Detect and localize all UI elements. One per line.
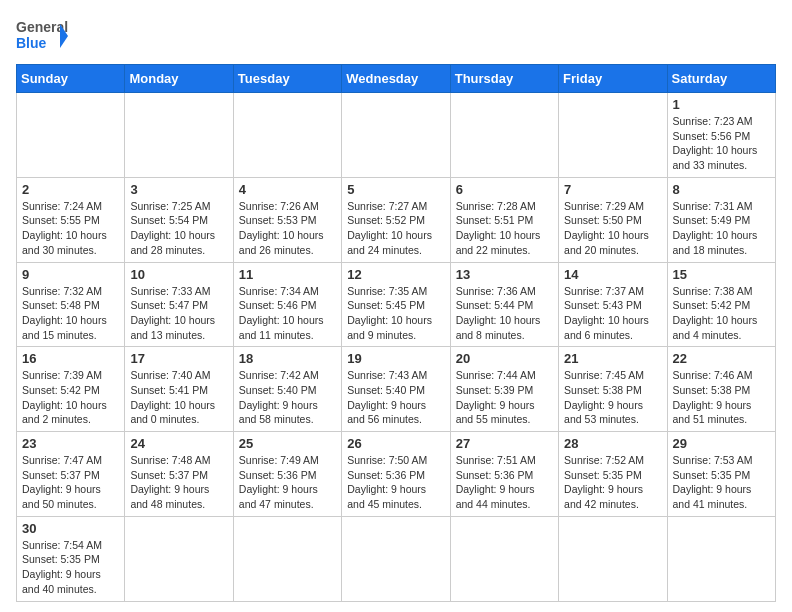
day-number: 29 — [673, 436, 770, 451]
day-info: Sunrise: 7:37 AM Sunset: 5:43 PM Dayligh… — [564, 284, 661, 343]
calendar-cell — [342, 93, 450, 178]
calendar-table: SundayMondayTuesdayWednesdayThursdayFrid… — [16, 64, 776, 602]
day-info: Sunrise: 7:31 AM Sunset: 5:49 PM Dayligh… — [673, 199, 770, 258]
day-number: 28 — [564, 436, 661, 451]
day-info: Sunrise: 7:40 AM Sunset: 5:41 PM Dayligh… — [130, 368, 227, 427]
calendar-cell: 25Sunrise: 7:49 AM Sunset: 5:36 PM Dayli… — [233, 432, 341, 517]
day-info: Sunrise: 7:47 AM Sunset: 5:37 PM Dayligh… — [22, 453, 119, 512]
day-info: Sunrise: 7:50 AM Sunset: 5:36 PM Dayligh… — [347, 453, 444, 512]
day-info: Sunrise: 7:46 AM Sunset: 5:38 PM Dayligh… — [673, 368, 770, 427]
day-info: Sunrise: 7:32 AM Sunset: 5:48 PM Dayligh… — [22, 284, 119, 343]
day-number: 21 — [564, 351, 661, 366]
day-number: 24 — [130, 436, 227, 451]
calendar-cell — [125, 516, 233, 601]
calendar-cell: 29Sunrise: 7:53 AM Sunset: 5:35 PM Dayli… — [667, 432, 775, 517]
calendar-cell: 23Sunrise: 7:47 AM Sunset: 5:37 PM Dayli… — [17, 432, 125, 517]
day-number: 10 — [130, 267, 227, 282]
day-number: 13 — [456, 267, 553, 282]
day-number: 20 — [456, 351, 553, 366]
day-info: Sunrise: 7:43 AM Sunset: 5:40 PM Dayligh… — [347, 368, 444, 427]
calendar-cell: 18Sunrise: 7:42 AM Sunset: 5:40 PM Dayli… — [233, 347, 341, 432]
header: GeneralBlue — [16, 16, 776, 56]
calendar-cell: 4Sunrise: 7:26 AM Sunset: 5:53 PM Daylig… — [233, 177, 341, 262]
day-info: Sunrise: 7:35 AM Sunset: 5:45 PM Dayligh… — [347, 284, 444, 343]
day-number: 15 — [673, 267, 770, 282]
day-number: 26 — [347, 436, 444, 451]
calendar-cell: 30Sunrise: 7:54 AM Sunset: 5:35 PM Dayli… — [17, 516, 125, 601]
weekday-header: Saturday — [667, 65, 775, 93]
day-info: Sunrise: 7:29 AM Sunset: 5:50 PM Dayligh… — [564, 199, 661, 258]
calendar-cell: 19Sunrise: 7:43 AM Sunset: 5:40 PM Dayli… — [342, 347, 450, 432]
day-number: 19 — [347, 351, 444, 366]
calendar-cell: 16Sunrise: 7:39 AM Sunset: 5:42 PM Dayli… — [17, 347, 125, 432]
calendar-cell: 8Sunrise: 7:31 AM Sunset: 5:49 PM Daylig… — [667, 177, 775, 262]
weekday-header: Wednesday — [342, 65, 450, 93]
calendar-cell: 20Sunrise: 7:44 AM Sunset: 5:39 PM Dayli… — [450, 347, 558, 432]
calendar-week-row: 1Sunrise: 7:23 AM Sunset: 5:56 PM Daylig… — [17, 93, 776, 178]
calendar-cell: 3Sunrise: 7:25 AM Sunset: 5:54 PM Daylig… — [125, 177, 233, 262]
day-number: 25 — [239, 436, 336, 451]
calendar-cell: 14Sunrise: 7:37 AM Sunset: 5:43 PM Dayli… — [559, 262, 667, 347]
day-number: 7 — [564, 182, 661, 197]
day-number: 18 — [239, 351, 336, 366]
day-number: 9 — [22, 267, 119, 282]
day-number: 8 — [673, 182, 770, 197]
day-number: 2 — [22, 182, 119, 197]
day-info: Sunrise: 7:26 AM Sunset: 5:53 PM Dayligh… — [239, 199, 336, 258]
calendar-cell — [233, 516, 341, 601]
calendar-cell: 17Sunrise: 7:40 AM Sunset: 5:41 PM Dayli… — [125, 347, 233, 432]
calendar-cell: 28Sunrise: 7:52 AM Sunset: 5:35 PM Dayli… — [559, 432, 667, 517]
calendar-week-row: 2Sunrise: 7:24 AM Sunset: 5:55 PM Daylig… — [17, 177, 776, 262]
calendar-cell — [559, 93, 667, 178]
day-number: 5 — [347, 182, 444, 197]
day-info: Sunrise: 7:53 AM Sunset: 5:35 PM Dayligh… — [673, 453, 770, 512]
day-info: Sunrise: 7:23 AM Sunset: 5:56 PM Dayligh… — [673, 114, 770, 173]
calendar-cell: 1Sunrise: 7:23 AM Sunset: 5:56 PM Daylig… — [667, 93, 775, 178]
calendar-cell: 11Sunrise: 7:34 AM Sunset: 5:46 PM Dayli… — [233, 262, 341, 347]
day-info: Sunrise: 7:24 AM Sunset: 5:55 PM Dayligh… — [22, 199, 119, 258]
day-info: Sunrise: 7:28 AM Sunset: 5:51 PM Dayligh… — [456, 199, 553, 258]
day-info: Sunrise: 7:51 AM Sunset: 5:36 PM Dayligh… — [456, 453, 553, 512]
calendar-cell — [342, 516, 450, 601]
calendar-cell — [125, 93, 233, 178]
day-number: 17 — [130, 351, 227, 366]
day-info: Sunrise: 7:42 AM Sunset: 5:40 PM Dayligh… — [239, 368, 336, 427]
calendar-cell: 12Sunrise: 7:35 AM Sunset: 5:45 PM Dayli… — [342, 262, 450, 347]
calendar-cell: 27Sunrise: 7:51 AM Sunset: 5:36 PM Dayli… — [450, 432, 558, 517]
calendar-cell: 26Sunrise: 7:50 AM Sunset: 5:36 PM Dayli… — [342, 432, 450, 517]
calendar-cell: 7Sunrise: 7:29 AM Sunset: 5:50 PM Daylig… — [559, 177, 667, 262]
weekday-header: Sunday — [17, 65, 125, 93]
day-info: Sunrise: 7:49 AM Sunset: 5:36 PM Dayligh… — [239, 453, 336, 512]
calendar-cell: 2Sunrise: 7:24 AM Sunset: 5:55 PM Daylig… — [17, 177, 125, 262]
calendar-cell: 22Sunrise: 7:46 AM Sunset: 5:38 PM Dayli… — [667, 347, 775, 432]
weekday-header: Friday — [559, 65, 667, 93]
day-number: 27 — [456, 436, 553, 451]
day-info: Sunrise: 7:38 AM Sunset: 5:42 PM Dayligh… — [673, 284, 770, 343]
day-number: 6 — [456, 182, 553, 197]
day-number: 30 — [22, 521, 119, 536]
calendar-cell — [559, 516, 667, 601]
day-number: 23 — [22, 436, 119, 451]
day-info: Sunrise: 7:39 AM Sunset: 5:42 PM Dayligh… — [22, 368, 119, 427]
day-number: 4 — [239, 182, 336, 197]
day-number: 16 — [22, 351, 119, 366]
calendar-cell: 13Sunrise: 7:36 AM Sunset: 5:44 PM Dayli… — [450, 262, 558, 347]
calendar-week-row: 9Sunrise: 7:32 AM Sunset: 5:48 PM Daylig… — [17, 262, 776, 347]
day-number: 3 — [130, 182, 227, 197]
day-number: 22 — [673, 351, 770, 366]
calendar-cell: 24Sunrise: 7:48 AM Sunset: 5:37 PM Dayli… — [125, 432, 233, 517]
calendar-header-row: SundayMondayTuesdayWednesdayThursdayFrid… — [17, 65, 776, 93]
day-info: Sunrise: 7:36 AM Sunset: 5:44 PM Dayligh… — [456, 284, 553, 343]
day-info: Sunrise: 7:25 AM Sunset: 5:54 PM Dayligh… — [130, 199, 227, 258]
calendar-week-row: 23Sunrise: 7:47 AM Sunset: 5:37 PM Dayli… — [17, 432, 776, 517]
day-info: Sunrise: 7:52 AM Sunset: 5:35 PM Dayligh… — [564, 453, 661, 512]
weekday-header: Thursday — [450, 65, 558, 93]
calendar-cell — [450, 516, 558, 601]
calendar-cell — [17, 93, 125, 178]
logo-svg: GeneralBlue — [16, 16, 68, 56]
calendar-cell — [450, 93, 558, 178]
calendar-cell: 6Sunrise: 7:28 AM Sunset: 5:51 PM Daylig… — [450, 177, 558, 262]
day-info: Sunrise: 7:45 AM Sunset: 5:38 PM Dayligh… — [564, 368, 661, 427]
day-info: Sunrise: 7:54 AM Sunset: 5:35 PM Dayligh… — [22, 538, 119, 597]
day-number: 14 — [564, 267, 661, 282]
